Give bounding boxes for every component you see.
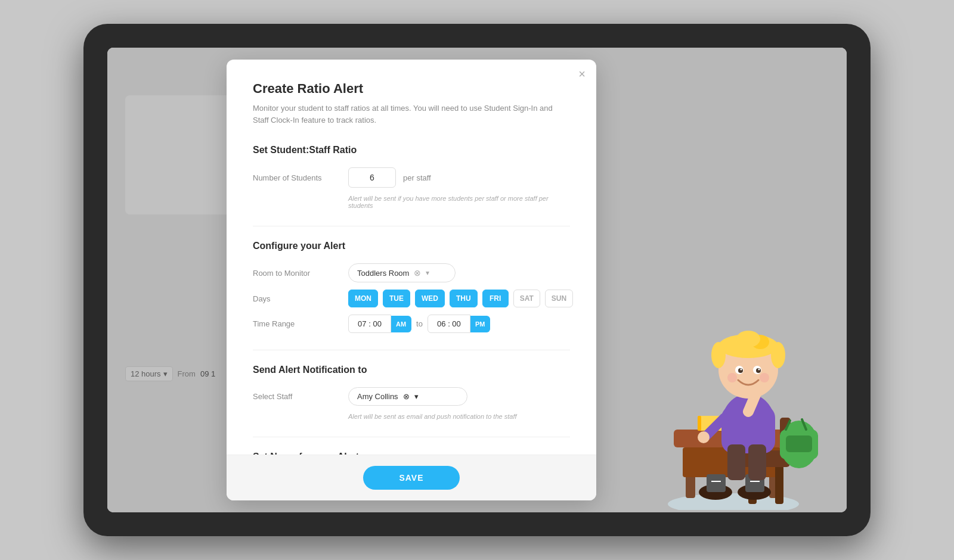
days-label: Days: [253, 294, 348, 303]
time-from-group: AM: [348, 315, 411, 333]
day-button-mon[interactable]: MON: [348, 290, 378, 307]
tablet-frame: 12 hours ▾ From 09 1 × Create Ratio Aler…: [83, 24, 871, 536]
ratio-row: Number of Students per staff: [253, 167, 570, 188]
room-value: Toddlers Room: [357, 269, 409, 278]
room-select[interactable]: Toddlers Room ⊗ ▾: [348, 263, 456, 282]
svg-rect-39: [707, 474, 726, 492]
svg-rect-11: [786, 435, 812, 452]
svg-rect-44: [748, 444, 766, 480]
ratio-section-header: Set Student:Staff Ratio: [253, 145, 570, 155]
divider-1: [253, 226, 570, 226]
room-row: Room to Monitor Toddlers Room ⊗ ▾: [253, 263, 570, 282]
notification-section: Send Alert Notification to Select Staff …: [253, 365, 570, 420]
tablet-screen: 12 hours ▾ From 09 1 × Create Ratio Aler…: [107, 48, 847, 512]
time-container: AM to PM: [348, 315, 490, 333]
days-row: Days MONTUEWEDTHUFRISATSUN: [253, 290, 570, 307]
day-button-thu[interactable]: THU: [450, 290, 478, 307]
time-to-input[interactable]: [428, 315, 470, 333]
per-staff-text: per staff: [403, 173, 431, 182]
room-label: Room to Monitor: [253, 269, 348, 278]
kid-illustration: [650, 254, 829, 512]
configure-section: Configure your Alert Room to Monitor Tod…: [253, 241, 570, 333]
chevron-down-icon: ▾: [426, 269, 429, 277]
modal-dialog: × Create Ratio Alert Monitor your studen…: [227, 60, 596, 500]
ratio-hint: Alert will be sent if you have more stud…: [348, 195, 570, 209]
time-am-button[interactable]: AM: [391, 316, 411, 332]
day-button-wed[interactable]: WED: [415, 290, 445, 307]
staff-row: Select Staff Amy Collins ⊗ ▾: [253, 387, 570, 406]
name-section: Set Name for your Alert Name ☰: [253, 452, 570, 455]
modal-footer: SAVE: [227, 455, 596, 500]
svg-point-28: [736, 331, 760, 347]
ratio-section: Set Student:Staff Ratio Number of Studen…: [253, 145, 570, 209]
clear-icon[interactable]: ⊗: [414, 268, 421, 278]
modal-body: × Create Ratio Alert Monitor your studen…: [227, 60, 596, 455]
divider-2: [253, 350, 570, 350]
svg-point-34: [758, 369, 760, 371]
close-button[interactable]: ×: [578, 68, 586, 80]
configure-section-header: Configure your Alert: [253, 241, 570, 251]
time-to-group: PM: [428, 315, 491, 333]
staff-label: Select Staff: [253, 392, 348, 401]
day-button-sun[interactable]: SUN: [545, 290, 573, 307]
name-section-header: Set Name for your Alert: [253, 452, 570, 455]
modal-title: Create Ratio Alert: [253, 81, 570, 97]
day-button-fri[interactable]: FRI: [482, 290, 509, 307]
divider-3: [253, 437, 570, 437]
svg-point-21: [698, 431, 710, 443]
notification-header: Send Alert Notification to: [253, 365, 570, 375]
svg-rect-43: [727, 444, 745, 480]
time-to-separator: to: [416, 319, 423, 328]
day-button-sat[interactable]: SAT: [513, 290, 540, 307]
notification-hint: Alert will be sent as email and push not…: [348, 413, 570, 420]
modal-subtitle: Monitor your student to staff ratios at …: [253, 102, 570, 126]
staff-chevron-icon: ▾: [414, 392, 419, 401]
time-row: Time Range AM to PM: [253, 315, 570, 333]
staff-select[interactable]: Amy Collins ⊗ ▾: [348, 387, 467, 406]
day-button-tue[interactable]: TUE: [383, 290, 410, 307]
svg-point-26: [771, 342, 785, 368]
svg-point-36: [760, 373, 769, 382]
number-label: Number of Students: [253, 173, 348, 182]
svg-point-25: [711, 342, 726, 368]
days-container: MONTUEWEDTHUFRISATSUN: [348, 290, 573, 307]
time-from-input[interactable]: [348, 315, 391, 333]
number-input[interactable]: [348, 167, 396, 188]
staff-value: Amy Collins: [357, 392, 398, 401]
staff-clear-icon[interactable]: ⊗: [403, 392, 410, 401]
svg-point-33: [741, 369, 742, 371]
time-pm-button[interactable]: PM: [470, 316, 491, 332]
svg-rect-6: [775, 465, 783, 504]
save-button[interactable]: SAVE: [363, 466, 459, 490]
svg-point-35: [727, 373, 737, 382]
svg-rect-15: [698, 416, 701, 431]
time-label: Time Range: [253, 319, 348, 328]
